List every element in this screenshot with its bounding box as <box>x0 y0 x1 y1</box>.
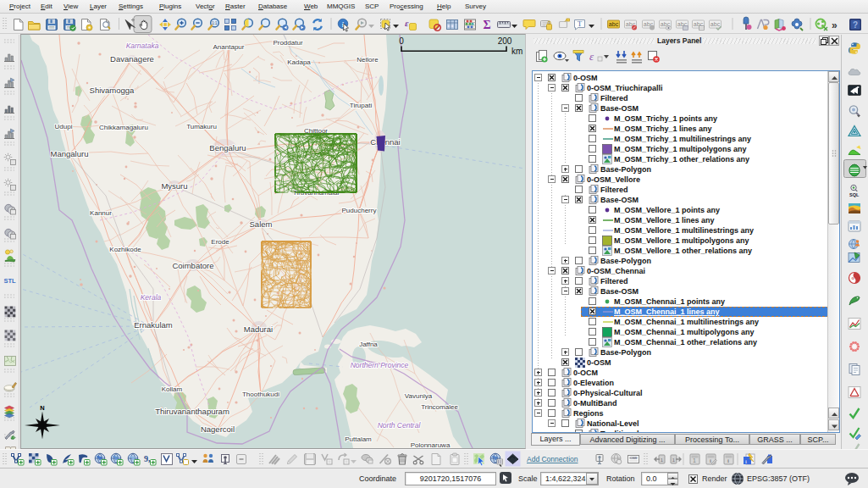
svg-text:Kerala: Kerala <box>141 293 162 302</box>
svg-text:Mysuru: Mysuru <box>161 181 187 191</box>
svg-text:CSW: CSW <box>630 457 638 460</box>
svg-text:Udupi: Udupi <box>55 123 73 130</box>
svg-text:Kannur: Kannur <box>90 209 112 217</box>
svg-text:i: i <box>727 458 729 464</box>
svg-text:»: » <box>832 19 838 31</box>
svg-text:T: T <box>578 19 583 28</box>
svg-text:Ernakulam: Ernakulam <box>134 320 172 330</box>
svg-text:Polonnaruwa: Polonnaruwa <box>411 441 451 448</box>
svg-text:Thoothukudi: Thoothukudi <box>242 391 279 398</box>
svg-text:Nagercoil: Nagercoil <box>201 424 235 434</box>
svg-text:Kadapa: Kadapa <box>287 58 311 66</box>
svg-text:Jaffna: Jaffna <box>359 341 378 348</box>
svg-text:Erode: Erode <box>211 238 229 246</box>
svg-text:ε: ε <box>589 50 594 63</box>
svg-text:Chennai: Chennai <box>370 137 400 147</box>
svg-text:Nellore: Nellore <box>357 56 379 64</box>
svg-text:Proddatur: Proddatur <box>273 39 302 47</box>
svg-text:Trincomalee: Trincomalee <box>421 403 458 411</box>
svg-text:Add Connection: Add Connection <box>527 455 578 463</box>
svg-text:Kollam: Kollam <box>162 385 183 393</box>
svg-text:Davanagere: Davanagere <box>110 54 154 64</box>
svg-text:i: i <box>745 458 747 465</box>
svg-text:Kozhikode: Kozhikode <box>109 246 141 253</box>
svg-text:Vavuniya: Vavuniya <box>405 392 433 400</box>
svg-text:Thiruvananthapuram: Thiruvananthapuram <box>155 407 229 416</box>
svg-text:STL: STL <box>4 277 17 285</box>
svg-text:Tumakuru: Tumakuru <box>186 123 217 130</box>
svg-text:i: i <box>710 458 711 464</box>
svg-text:Puducherry: Puducherry <box>342 207 377 214</box>
svg-text:abc: abc <box>694 21 704 27</box>
svg-text:Salem: Salem <box>250 219 273 229</box>
svg-text:?: ? <box>853 20 858 30</box>
svg-text:abc: abc <box>710 21 721 27</box>
svg-text:1: 1 <box>693 458 696 463</box>
svg-text:Madurai: Madurai <box>244 324 273 334</box>
svg-text:G: G <box>852 276 854 280</box>
svg-text:Tirupati: Tirupati <box>350 102 373 109</box>
svg-text:North Central: North Central <box>378 421 422 430</box>
svg-text:1:1: 1:1 <box>212 21 218 25</box>
svg-text:0: 0 <box>399 36 404 46</box>
svg-text:Coimbatore: Coimbatore <box>172 261 213 270</box>
svg-text:Northern Province: Northern Province <box>351 361 409 369</box>
svg-text:Mangaluru: Mangaluru <box>51 149 89 158</box>
svg-text:200: 200 <box>498 36 512 46</box>
svg-text:ε: ε <box>405 18 409 28</box>
svg-text:Chikkamagaluru: Chikkamagaluru <box>99 124 148 131</box>
svg-text:SQL: SQL <box>849 192 860 197</box>
svg-text:9,: 9, <box>144 454 151 463</box>
svg-text:Anantapur: Anantapur <box>213 43 245 51</box>
svg-text:Σ: Σ <box>484 19 491 31</box>
svg-text:N: N <box>40 404 44 412</box>
svg-text:Puttalam: Puttalam <box>345 435 372 443</box>
svg-text:km: km <box>511 47 522 56</box>
svg-text:abc: abc <box>609 21 619 27</box>
svg-text:Karnataka: Karnataka <box>126 42 159 50</box>
svg-text:Shivamogga: Shivamogga <box>90 86 135 95</box>
svg-text:Bengaluru: Bengaluru <box>209 143 246 152</box>
